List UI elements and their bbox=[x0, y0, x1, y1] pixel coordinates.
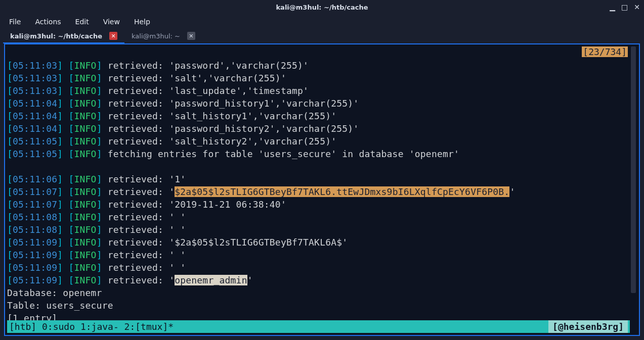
menu-bar: File Actions Edit View Help bbox=[0, 14, 644, 29]
tab-label: kali@m3hul: ~/htb/cache bbox=[10, 32, 102, 40]
tmux-statusbar: [htb] 0:sudo 1:java- 2:[tmux]* [@heisenb… bbox=[7, 320, 630, 333]
menu-file[interactable]: File bbox=[9, 18, 21, 26]
window-title: kali@m3hul: ~/htb/cache bbox=[276, 4, 368, 11]
menu-edit[interactable]: Edit bbox=[75, 18, 89, 26]
terminal-output[interactable]: [05:11:03] [INFO] retrieved: 'password',… bbox=[7, 46, 637, 333]
tab-close-icon[interactable]: ✕ bbox=[187, 32, 195, 40]
maximize-icon[interactable]: □ bbox=[621, 3, 628, 11]
terminal-frame: [23/734] [05:11:03] [INFO] retrieved: 'p… bbox=[4, 43, 640, 336]
menu-actions[interactable]: Actions bbox=[35, 18, 61, 26]
tab-close-icon[interactable]: ✕ bbox=[109, 32, 117, 40]
menu-help[interactable]: Help bbox=[134, 18, 150, 26]
close-icon[interactable]: ✕ bbox=[634, 3, 640, 11]
tab-bar: kali@m3hul: ~/htb/cache ✕ kali@m3hul: ~ … bbox=[0, 29, 644, 43]
summary-table: Table: users_secure bbox=[7, 300, 113, 311]
summary-db: Database: openemr bbox=[7, 287, 102, 298]
admin-highlight: openemr_admin bbox=[175, 275, 247, 285]
hash-highlight: $2a$05$l2sTLIG6GTBeyBf7TAKL6.ttEwJDmxs9b… bbox=[175, 186, 509, 197]
tmux-left[interactable]: [htb] 0:sudo 1:java- 2:[tmux]* bbox=[9, 320, 174, 333]
tab-label: kali@m3hul: ~ bbox=[132, 32, 180, 40]
tmux-right: [@heisenb3rg] bbox=[548, 320, 628, 333]
window-titlebar: kali@m3hul: ~/htb/cache ▁ □ ✕ bbox=[0, 0, 644, 14]
tab-active[interactable]: kali@m3hul: ~/htb/cache ✕ bbox=[3, 29, 124, 43]
tab-inactive[interactable]: kali@m3hul: ~ ✕ bbox=[124, 29, 205, 43]
minimize-icon[interactable]: ▁ bbox=[610, 3, 615, 11]
menu-view[interactable]: View bbox=[103, 18, 120, 26]
